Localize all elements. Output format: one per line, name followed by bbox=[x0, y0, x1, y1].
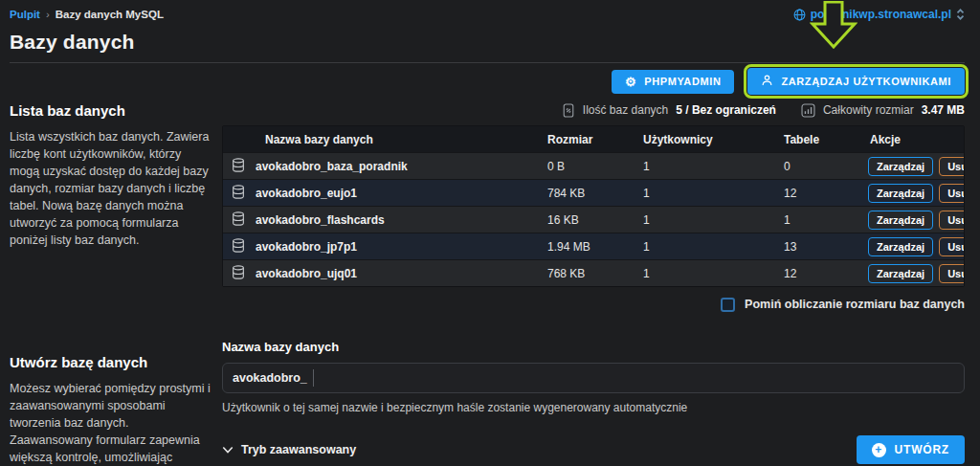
database-name: avokadobro_jp7p1 bbox=[256, 240, 357, 254]
database-icon bbox=[231, 184, 246, 203]
column-header-tables: Tabele bbox=[776, 133, 862, 146]
main-content: Lista baz danych Lista wszystkich baz da… bbox=[10, 99, 965, 466]
database-users: 1 bbox=[635, 213, 776, 227]
database-tables: 1 bbox=[776, 213, 862, 227]
auto-user-helper-text: Użytkownik o tej samej nazwie i bezpiecz… bbox=[222, 401, 965, 414]
database-name: avokadobro_eujo1 bbox=[256, 187, 357, 200]
form-bottom-row: Tryb zaawansowany + UTWÓRZ bbox=[222, 435, 965, 464]
left-column: Lista baz danych Lista wszystkich baz da… bbox=[10, 99, 212, 466]
database-size: 768 KB bbox=[540, 267, 635, 280]
databases-table: Nazwa bazy danych Rozmiar Użytkownicy Ta… bbox=[222, 125, 965, 287]
table-row: avokadobro_ujq01 768 KB 1 12 Zarządzaj U… bbox=[223, 259, 964, 286]
create-database-form: Nazwa bazy danych avokadobro_ Użytkownik… bbox=[222, 340, 965, 464]
delete-button[interactable]: Usuń bbox=[939, 264, 964, 283]
database-icon bbox=[231, 237, 246, 256]
table-header: Nazwa bazy danych Rozmiar Użytkownicy Ta… bbox=[223, 126, 964, 152]
phpmyadmin-button[interactable]: ⚙ PHPMYADMIN bbox=[612, 70, 734, 94]
database-name-value: avokadobro_ bbox=[233, 371, 307, 385]
database-users: 1 bbox=[635, 187, 776, 200]
advanced-mode-label: Tryb zaawansowany bbox=[241, 443, 356, 456]
chevron-down-icon bbox=[222, 443, 234, 456]
database-count-label: Ilość baz danych bbox=[583, 103, 668, 117]
create-button-label: UTWÓRZ bbox=[895, 443, 949, 456]
manage-button[interactable]: Zarządzaj bbox=[868, 211, 933, 230]
breadcrumb-current: Bazy danych MySQL bbox=[56, 9, 164, 20]
stats-row: Ilość baz danych 5 / Bez ograniczeń Całk… bbox=[222, 100, 965, 120]
total-size-label: Całkowity rozmiar bbox=[823, 103, 914, 117]
title-divider bbox=[10, 62, 965, 63]
database-tables: 12 bbox=[776, 267, 862, 280]
database-size: 1.94 MB bbox=[540, 240, 635, 254]
input-caret bbox=[313, 369, 314, 387]
create-button[interactable]: + UTWÓRZ bbox=[857, 435, 965, 464]
skip-size-label: Pomiń obliczanie rozmiaru baz danych bbox=[745, 298, 965, 311]
table-row: avokadobro_eujo1 784 KB 1 12 Zarządzaj U… bbox=[223, 179, 964, 206]
list-section-description: Lista wszystkich baz danych. Zawiera lic… bbox=[10, 128, 212, 249]
database-size: 784 KB bbox=[540, 187, 635, 200]
database-users: 1 bbox=[635, 160, 776, 173]
database-limit-icon bbox=[562, 103, 575, 118]
chevron-updown-icon bbox=[956, 9, 965, 20]
create-section-description: Możesz wybierać pomiędzy prostymi i zaaw… bbox=[10, 380, 212, 466]
page-title: Bazy danych bbox=[10, 31, 965, 54]
create-section-heading: Utwórz bazę danych bbox=[10, 354, 212, 370]
delete-button[interactable]: Usuń bbox=[939, 237, 964, 256]
delete-button[interactable]: Usuń bbox=[939, 184, 964, 203]
globe-icon bbox=[793, 9, 806, 21]
database-name: avokadobro_baza_poradnik bbox=[256, 160, 408, 173]
manage-button[interactable]: Zarządzaj bbox=[868, 184, 933, 203]
database-name: avokadobro_flashcards bbox=[256, 213, 385, 227]
phpmyadmin-button-label: PHPMYADMIN bbox=[644, 76, 721, 87]
advanced-mode-toggle[interactable]: Tryb zaawansowany bbox=[222, 443, 356, 456]
manage-button[interactable]: Zarządzaj bbox=[868, 237, 933, 256]
manage-users-button-label: ZARZĄDZAJ UŻYTKOWNIKAMI bbox=[781, 76, 951, 87]
plus-circle-icon: + bbox=[872, 443, 886, 457]
column-header-name: Nazwa bazy danych bbox=[223, 133, 540, 146]
skip-size-row: Pomiń obliczanie rozmiaru baz danych bbox=[222, 296, 965, 313]
delete-button[interactable]: Usuń bbox=[939, 211, 964, 230]
table-row: avokadobro_jp7p1 1.94 MB 1 13 Zarządzaj … bbox=[223, 233, 964, 259]
database-users: 1 bbox=[635, 267, 776, 280]
bar-chart-icon bbox=[801, 103, 815, 118]
list-section-heading: Lista baz danych bbox=[10, 102, 212, 119]
manage-button[interactable]: Zarządzaj bbox=[868, 264, 933, 283]
gear-icon: ⚙ bbox=[625, 76, 636, 88]
database-tables: 12 bbox=[776, 187, 862, 200]
database-icon bbox=[231, 211, 246, 230]
right-column: Ilość baz danych 5 / Bez ograniczeń Całk… bbox=[222, 99, 965, 466]
database-count-value: 5 / Bez ograniczeń bbox=[676, 103, 776, 117]
manage-button[interactable]: Zarządzaj bbox=[868, 157, 933, 176]
person-icon bbox=[761, 74, 773, 89]
database-tables: 0 bbox=[776, 160, 862, 173]
column-header-users: Użytkownicy bbox=[635, 133, 776, 146]
column-header-size: Rozmiar bbox=[540, 133, 635, 146]
domain-name: poradnikwp.stronawcal.pl bbox=[811, 8, 951, 21]
database-name-input[interactable]: avokadobro_ bbox=[222, 363, 965, 393]
delete-button[interactable]: Usuń bbox=[939, 157, 964, 176]
manage-users-button[interactable]: ZARZĄDZAJ UŻYTKOWNIKAMI bbox=[747, 68, 965, 95]
database-name-label: Nazwa bazy danych bbox=[222, 340, 965, 354]
database-tables: 13 bbox=[776, 240, 862, 254]
domain-selector[interactable]: poradnikwp.stronawcal.pl bbox=[793, 8, 965, 21]
total-size-value: 3.47 MB bbox=[922, 103, 965, 117]
table-row: avokadobro_flashcards 16 KB 1 1 Zarządza… bbox=[223, 206, 964, 233]
database-name: avokadobro_ujq01 bbox=[256, 267, 357, 280]
breadcrumb-separator: › bbox=[46, 9, 50, 20]
breadcrumb: Pulpit › Bazy danych MySQL bbox=[10, 9, 164, 20]
database-icon bbox=[231, 264, 246, 283]
table-row: avokadobro_baza_poradnik 0 B 1 0 Zarządz… bbox=[223, 152, 964, 179]
skip-size-checkbox[interactable] bbox=[721, 298, 735, 312]
database-icon bbox=[231, 157, 246, 176]
total-size-stat: Całkowity rozmiar 3.47 MB bbox=[801, 103, 965, 118]
database-count-stat: Ilość baz danych 5 / Bez ograniczeń bbox=[562, 103, 776, 118]
column-header-actions: Akcje bbox=[862, 133, 964, 146]
breadcrumb-home-link[interactable]: Pulpit bbox=[10, 9, 40, 20]
database-users: 1 bbox=[635, 240, 776, 254]
toolbar: ⚙ PHPMYADMIN ZARZĄDZAJ UŻYTKOWNIKAMI bbox=[10, 66, 965, 97]
page: Pulpit › Bazy danych MySQL poradnikwp.st… bbox=[0, 0, 980, 466]
database-size: 16 KB bbox=[540, 213, 635, 227]
topbar: Pulpit › Bazy danych MySQL poradnikwp.st… bbox=[10, 7, 965, 22]
database-size: 0 B bbox=[540, 160, 635, 173]
